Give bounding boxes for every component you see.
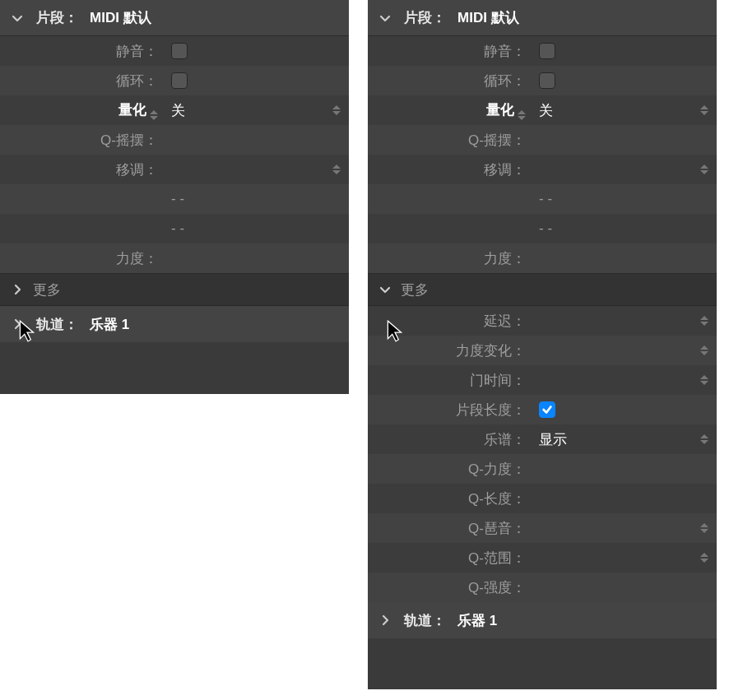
transpose-label: 移调：	[0, 160, 163, 179]
qrange-stepper-icon[interactable]	[700, 553, 708, 563]
dash-value-2: - -	[531, 214, 717, 243]
dash-value-1: - -	[163, 184, 349, 214]
track-label: 轨道：	[404, 611, 446, 630]
row-qswing: Q-摇摆：	[0, 125, 349, 155]
chevron-right-icon	[10, 317, 25, 331]
row-regionlen: 片段长度：	[368, 395, 717, 424]
dash-value-1: - -	[531, 184, 717, 214]
quantize-label-stepper-icon[interactable]	[150, 110, 158, 120]
region-header[interactable]: 片段： MIDI 默认	[368, 0, 717, 36]
chevron-right-icon	[10, 282, 25, 297]
inspector-panel-expanded: 片段： MIDI 默认 静音： 循环： 量化 关 Q-摇摆： 移调： - -	[368, 0, 717, 689]
qlen-value[interactable]	[531, 484, 717, 513]
mute-checkbox[interactable]	[171, 43, 188, 59]
gatetime-value[interactable]	[531, 365, 717, 395]
qlen-label: Q-长度：	[368, 489, 531, 508]
region-label: 片段：	[36, 8, 78, 27]
score-value[interactable]: 显示	[531, 424, 717, 454]
quantize-label: 量化	[0, 100, 163, 120]
velocity-value[interactable]	[163, 243, 349, 273]
track-name[interactable]: 乐器 1	[90, 315, 129, 334]
row-qstr: Q-强度：	[368, 573, 717, 602]
regionlen-label: 片段长度：	[368, 401, 531, 420]
quantize-value-stepper-icon[interactable]	[700, 105, 708, 115]
qstr-label: Q-强度：	[368, 578, 531, 597]
chevron-down-icon	[10, 11, 25, 25]
row-gatetime: 门时间：	[368, 365, 717, 395]
more-toggle[interactable]: 更多	[368, 273, 717, 306]
gatetime-label: 门时间：	[368, 371, 531, 390]
qswing-value[interactable]	[531, 125, 717, 155]
row-delay: 延迟：	[368, 306, 717, 336]
row-loop: 循环：	[368, 66, 717, 95]
track-label: 轨道：	[36, 315, 78, 334]
transpose-value[interactable]	[531, 155, 717, 184]
track-header[interactable]: 轨道： 乐器 1	[0, 306, 349, 342]
qstr-value[interactable]	[531, 573, 717, 602]
track-name[interactable]: 乐器 1	[457, 611, 497, 630]
dash-value-2: - -	[163, 214, 349, 243]
row-qlen: Q-长度：	[368, 484, 717, 513]
more-label: 更多	[401, 280, 429, 299]
delay-label: 延迟：	[368, 312, 531, 331]
more-label: 更多	[33, 280, 61, 299]
velchange-stepper-icon[interactable]	[700, 345, 708, 355]
qswing-label: Q-摇摆：	[0, 131, 163, 150]
delay-value[interactable]	[531, 306, 717, 336]
row-loop: 循环：	[0, 66, 349, 95]
qrange-value[interactable]	[531, 543, 717, 573]
loop-checkbox[interactable]	[171, 72, 188, 89]
qvel-label: Q-力度：	[368, 460, 531, 479]
row-velocity: 力度：	[0, 243, 349, 273]
qswing-label: Q-摇摆：	[368, 131, 531, 150]
row-dash2: - -	[0, 214, 349, 243]
row-velocity: 力度：	[368, 243, 717, 273]
row-qarp: Q-琶音：	[368, 513, 717, 543]
qvel-value[interactable]	[531, 454, 717, 484]
mute-label: 静音：	[0, 42, 163, 61]
quantize-value[interactable]: 关	[163, 95, 349, 125]
region-header[interactable]: 片段： MIDI 默认	[0, 0, 349, 36]
qarp-value[interactable]	[531, 513, 717, 543]
row-qswing: Q-摇摆：	[368, 125, 717, 155]
row-qvel: Q-力度：	[368, 454, 717, 484]
score-stepper-icon[interactable]	[700, 434, 708, 444]
velocity-value[interactable]	[531, 243, 717, 273]
transpose-value[interactable]	[163, 155, 349, 184]
gatetime-stepper-icon[interactable]	[700, 375, 708, 385]
qarp-stepper-icon[interactable]	[700, 523, 708, 533]
quantize-label-stepper-icon[interactable]	[518, 110, 526, 120]
qarp-label: Q-琶音：	[368, 519, 531, 538]
transpose-stepper-icon[interactable]	[700, 165, 708, 174]
region-name[interactable]: MIDI 默认	[457, 8, 519, 27]
velocity-label: 力度：	[0, 249, 163, 268]
row-qrange: Q-范围：	[368, 543, 717, 573]
more-toggle[interactable]: 更多	[0, 273, 349, 306]
region-label: 片段：	[404, 8, 446, 27]
track-header[interactable]: 轨道： 乐器 1	[368, 602, 717, 638]
chevron-right-icon	[378, 613, 392, 628]
row-mute: 静音：	[0, 36, 349, 66]
row-dash2: - -	[368, 214, 717, 243]
mute-checkbox[interactable]	[539, 43, 555, 59]
velocity-label: 力度：	[368, 249, 531, 268]
row-mute: 静音：	[368, 36, 717, 66]
quantize-label: 量化	[368, 100, 531, 120]
quantize-value[interactable]: 关	[531, 95, 717, 125]
row-transpose: 移调：	[368, 155, 717, 184]
row-quantize: 量化 关	[368, 95, 717, 125]
loop-label: 循环：	[0, 72, 163, 90]
region-name[interactable]: MIDI 默认	[90, 8, 151, 27]
quantize-value-stepper-icon[interactable]	[332, 105, 341, 115]
regionlen-checkbox[interactable]	[539, 401, 555, 418]
delay-stepper-icon[interactable]	[700, 316, 708, 326]
row-transpose: 移调：	[0, 155, 349, 184]
transpose-label: 移调：	[368, 160, 531, 179]
qswing-value[interactable]	[163, 125, 349, 155]
chevron-down-icon	[378, 282, 392, 297]
velchange-value[interactable]	[531, 336, 717, 365]
chevron-down-icon	[378, 11, 392, 25]
transpose-stepper-icon[interactable]	[332, 165, 341, 174]
inspector-panel-collapsed: 片段： MIDI 默认 静音： 循环： 量化 关 Q-摇摆： 移调： - -	[0, 0, 349, 394]
loop-checkbox[interactable]	[539, 72, 555, 89]
